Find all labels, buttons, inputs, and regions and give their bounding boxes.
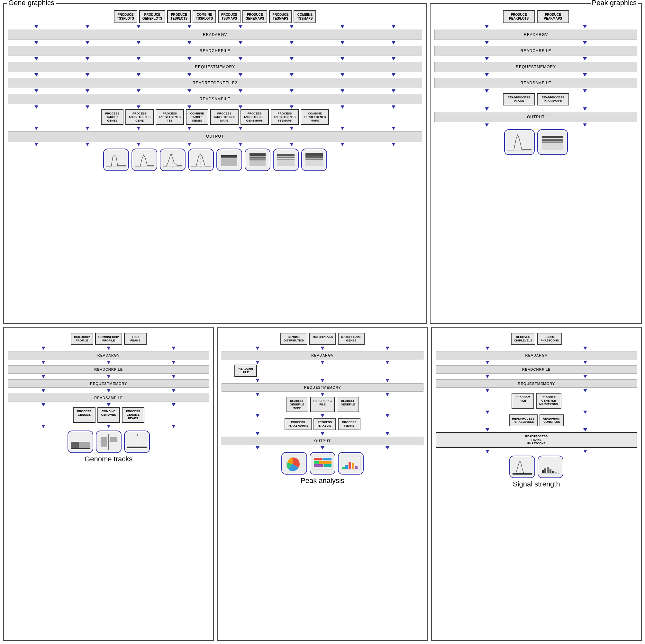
btn-produce-peakmaps[interactable]: PRODUCEPEAKMAPS (537, 10, 569, 23)
arrow (386, 393, 389, 396)
svg-rect-40 (79, 442, 90, 448)
btn-process-targetgenes-tes[interactable]: PROCESSTARGETGENESTES (156, 109, 184, 125)
btn-combine-tssplots[interactable]: COMBINETSSPLOTS (193, 10, 216, 23)
btn-readref-genefile-markexons[interactable]: READREFGENEFILEMARKEXONS (536, 393, 562, 408)
arrow (34, 127, 38, 130)
btn-process-targetgenes-gene[interactable]: PROCESSTARGETGENESGENE (126, 109, 154, 125)
arrow (583, 450, 587, 453)
btn-process-targetgenes-tesmaps[interactable]: PROCESSTARGETGENESTESMAPS (271, 109, 299, 125)
btn-combine-target-genes[interactable]: COMBINETARGETGENES (186, 109, 208, 125)
bar-readargv-gene: READARGV (8, 30, 422, 40)
btn-produce-tesmaps[interactable]: PRODUCETESMAPS (269, 10, 292, 23)
arrow (320, 347, 325, 350)
btn-process-targetgenes-maps[interactable]: PROCESSTARGETGENESMAPS (210, 109, 239, 125)
arrow (34, 89, 38, 92)
btn-process-targetgenes-genemaps[interactable]: PROCESSTARGETGENESGENEMAPS (240, 109, 269, 125)
svg-rect-22 (277, 157, 294, 158)
btn-matchpeaks-genes[interactable]: MATCHPEAKSGENES (338, 333, 365, 345)
bar-readargv-pa: READARGV (222, 351, 423, 360)
btn-readprocess-peaksmaps[interactable]: READPROCESSPEAKSMAPS (537, 93, 569, 105)
btn-process-peaks[interactable]: PROCESSPEAKS (338, 418, 361, 430)
signal-strength-footer: Signal strength (436, 480, 637, 488)
btn-produce-genemaps[interactable]: PRODUCEGENEMAPS (242, 10, 267, 23)
sig-thumbnails (436, 456, 637, 478)
btn-readref-genefile-mark[interactable]: READREFGENEFILEMARK (286, 397, 308, 412)
arrow (239, 89, 242, 92)
btn-readprocess-peaks[interactable]: READPROCESSPEAKS (503, 93, 535, 105)
bar-readsamfile-genome: READSAMFILE (8, 394, 209, 402)
arrow (34, 143, 38, 146)
btn-readsam-file[interactable]: READSAMFILE (511, 393, 534, 408)
btn-produce-geneplots[interactable]: PRODUCEGENEPLOTS (139, 10, 166, 23)
arrow (320, 446, 325, 449)
arrow (107, 375, 111, 378)
arrow (485, 25, 489, 28)
arrow (583, 73, 587, 76)
arrow (583, 428, 587, 431)
peak-process-buttons: READPROCESSPEAKS READPROCESSPEAKSMAPS (434, 93, 637, 105)
arrow (290, 41, 293, 44)
sig-thumb-1 (509, 456, 535, 478)
btn-combine-tssmaps[interactable]: COMBINETSSMAPS (293, 10, 316, 23)
btn-process-genome[interactable]: PROCESSGENOME (73, 407, 95, 422)
bar-readchrfile-gene: READCHRFILE (8, 46, 422, 56)
btn-process-target-genes[interactable]: PROCESSTARGETGENES (101, 109, 124, 125)
peak-thumbnails (434, 129, 637, 155)
arrow (34, 73, 38, 76)
btn-produce-peakplots[interactable]: PRODUCEPEAKPLOTS (503, 10, 535, 23)
bar-requestmemory-genome: REQUESTMEMORY (8, 379, 209, 388)
btn-combinechip-profile[interactable]: COMBINECHIPPROFILE (95, 333, 122, 345)
gene-arrows-7 (8, 126, 422, 131)
svg-rect-12 (221, 155, 237, 157)
bar-requestmemory-peak: REQUESTMEMORY (434, 62, 637, 72)
svg-rect-26 (305, 153, 323, 156)
btn-readpeaks-file[interactable]: READPEAKSFILE (310, 397, 335, 412)
btn-produce-tesplots[interactable]: PRODUCETESPLOTS (167, 10, 191, 23)
gene-arrows-5 (8, 89, 422, 93)
btn-readref-genefile[interactable]: READREFGENEFILE (337, 397, 359, 412)
sig-arrows-3 (436, 374, 637, 379)
arrow (256, 432, 259, 435)
genome-thumb-2 (96, 431, 122, 453)
bar-readchrfile-sig: READCHRFILE (436, 365, 637, 374)
arrow (107, 403, 111, 406)
btn-produce-tssmaps[interactable]: PRODUCETSSMAPS (218, 10, 240, 23)
arrow (485, 361, 489, 364)
btn-readphast-consfiles[interactable]: READPHASTCONSFILES (540, 414, 564, 427)
peak-thumb-2 (537, 129, 568, 155)
arrow (485, 57, 489, 60)
svg-rect-54 (314, 458, 322, 460)
arrow (290, 89, 293, 92)
btn-process-peakslist[interactable]: PROCESSPEAKSLIST (313, 418, 336, 430)
btn-process-genome-peaks[interactable]: PROCESSGENOMEPEAKS (122, 407, 144, 422)
svg-rect-45 (100, 442, 107, 447)
svg-rect-62 (342, 467, 345, 469)
btn-score-phastcons[interactable]: SCOREPHASTCONS (537, 333, 562, 345)
btn-buildchip-profile[interactable]: BUILDCHIPPROFILE (71, 333, 93, 345)
btn-produce-tssplots[interactable]: PRODUCETSSPLOTS (114, 10, 137, 23)
btn-combine-targetgenes-maps[interactable]: COMBINETARGETGENESMAPS (301, 109, 329, 125)
svg-rect-7 (190, 150, 212, 170)
arrow (41, 347, 45, 350)
arrow (85, 143, 89, 146)
svg-rect-65 (352, 463, 354, 469)
arrow (583, 57, 587, 60)
btn-recover-chiplevels[interactable]: RECOVERCHIPLEVELS (511, 333, 536, 345)
btn-readchr-file[interactable]: READCHRFILE (234, 365, 257, 377)
peak-analysis-top-buttons: GENOMEDISTRIBUTION MATCHPEAKS MATCHPEAKS… (222, 333, 423, 345)
btn-readprocess-peakslevels[interactable]: READPROCESSPEAKSLEVELS (509, 414, 538, 427)
btn-find-peaks[interactable]: FINDPEAKS (124, 333, 147, 345)
pa-readchrfile-box: READCHRFILE (222, 365, 423, 377)
pa-thumb-2 (309, 452, 336, 474)
svg-rect-0 (105, 150, 127, 170)
btn-matchpeaks[interactable]: MATCHPEAKS (309, 333, 336, 345)
svg-rect-27 (305, 156, 323, 158)
gene-arrows-6 (8, 105, 422, 109)
arrow (34, 41, 38, 44)
btn-process-peaksmarks[interactable]: PROCESSPEAKSMARKS (284, 418, 311, 430)
arrow (320, 432, 325, 435)
btn-genome-distribution[interactable]: GENOMEDISTRIBUTION (280, 333, 307, 345)
btn-readprocess-peaks-phastcons[interactable]: READPROCESSPEAKSPHASTCONS (436, 432, 637, 448)
btn-combine-genomes[interactable]: COMBINEGENOMES (97, 407, 120, 422)
bar-output-gene: OUTPUT (8, 131, 422, 142)
